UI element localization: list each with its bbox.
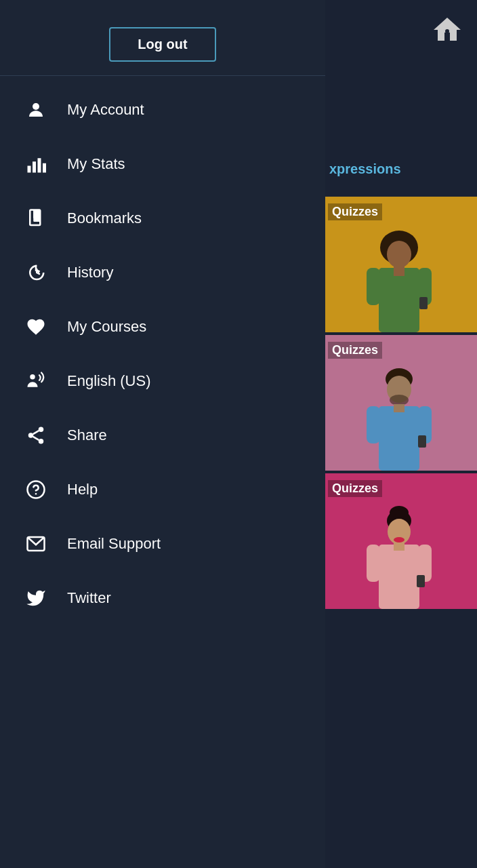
svg-rect-20 — [379, 545, 419, 609]
svg-rect-7 — [394, 266, 405, 276]
sidebar-item-label-help: Help — [67, 481, 98, 498]
sidebar-item-history[interactable]: History — [0, 245, 325, 300]
svg-point-32 — [30, 374, 35, 380]
svg-rect-15 — [394, 404, 405, 412]
share-icon — [24, 423, 48, 448]
sidebar-item-bookmarks[interactable]: Bookmarks — [0, 191, 325, 245]
quiz-card-3[interactable]: Quizzes — [321, 473, 477, 609]
quiz-card-1[interactable]: Quizzes — [321, 197, 477, 332]
stats-icon — [24, 152, 48, 176]
sidebar-item-share[interactable]: Share — [0, 408, 325, 462]
logout-button[interactable]: Log out — [109, 27, 215, 62]
sidebar-item-my-account[interactable]: My Account — [0, 83, 325, 137]
svg-rect-3 — [379, 268, 419, 332]
sidebar-item-label-email-support: Email Support — [67, 535, 161, 553]
svg-point-35 — [39, 439, 44, 444]
person-figure-3 — [358, 500, 440, 609]
svg-point-0 — [445, 29, 449, 33]
svg-point-39 — [35, 493, 37, 495]
svg-point-2 — [387, 241, 411, 268]
menu-list: My Account My Stats — [0, 76, 325, 868]
svg-rect-21 — [367, 545, 380, 582]
right-panel: xpressions — [321, 0, 477, 868]
svg-rect-27 — [33, 161, 36, 172]
sidebar-item-help[interactable]: Help — [0, 462, 325, 517]
home-icon — [431, 14, 463, 46]
sidebar-item-label-share: Share — [67, 427, 107, 444]
expressions-title: xpressions — [321, 156, 477, 182]
sidebar-item-label-language: English (US) — [67, 372, 150, 390]
sidebar-item-language[interactable]: English (US) — [0, 354, 325, 408]
sidebar-item-label-bookmarks: Bookmarks — [67, 210, 142, 227]
sidebar-item-label-my-account: My Account — [67, 101, 144, 119]
svg-rect-11 — [379, 406, 419, 471]
person-figure-1 — [358, 224, 440, 332]
svg-rect-29 — [43, 163, 46, 173]
sidebar-item-my-stats[interactable]: My Stats — [0, 137, 325, 191]
sidebar-item-label-twitter: Twitter — [67, 589, 111, 607]
svg-rect-6 — [419, 297, 428, 309]
drawer-header: Log out — [0, 0, 325, 76]
svg-point-34 — [28, 433, 34, 438]
quiz-label-2: Quizzes — [328, 342, 382, 359]
help-icon — [24, 477, 48, 502]
sidebar-item-twitter[interactable]: Twitter — [0, 571, 325, 625]
quiz-label-3: Quizzes — [328, 480, 382, 497]
svg-point-33 — [39, 427, 44, 433]
quiz-card-2[interactable]: Quizzes — [321, 335, 477, 471]
svg-line-37 — [33, 431, 39, 434]
sidebar-item-label-my-courses: My Courses — [67, 318, 146, 336]
heart-icon — [24, 315, 48, 339]
svg-rect-23 — [417, 575, 425, 587]
svg-rect-24 — [394, 542, 405, 551]
quiz-cards-container: Quizzes — [321, 197, 477, 609]
sidebar-item-my-courses[interactable]: My Courses — [0, 300, 325, 354]
svg-rect-14 — [418, 435, 426, 448]
svg-point-10 — [390, 395, 409, 406]
quiz-label-1: Quizzes — [328, 203, 382, 220]
person-figure-2 — [358, 362, 440, 471]
history-icon — [24, 260, 48, 285]
drawer: Log out My Account My St — [0, 0, 325, 868]
svg-rect-12 — [367, 406, 380, 443]
sidebar-item-label-history: History — [67, 264, 113, 281]
svg-rect-26 — [28, 166, 31, 173]
sidebar-item-label-my-stats: My Stats — [67, 155, 125, 173]
email-icon — [24, 532, 48, 556]
svg-line-36 — [33, 437, 39, 440]
bookmarks-icon — [24, 206, 48, 231]
svg-rect-28 — [38, 158, 41, 172]
home-icon-area[interactable] — [431, 14, 463, 49]
svg-point-19 — [394, 537, 405, 542]
twitter-icon — [24, 586, 48, 610]
sidebar-item-email-support[interactable]: Email Support — [0, 517, 325, 571]
language-icon — [24, 369, 48, 393]
account-icon — [24, 98, 48, 122]
svg-point-25 — [33, 103, 39, 110]
svg-rect-4 — [367, 268, 380, 305]
